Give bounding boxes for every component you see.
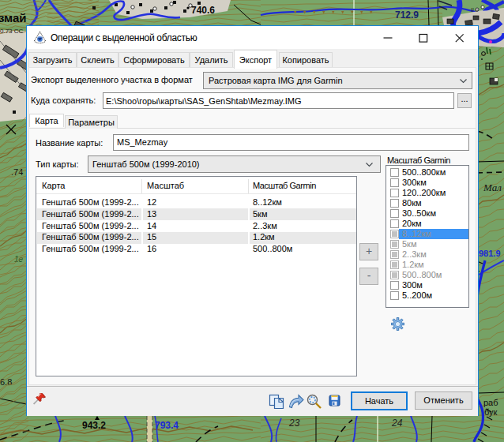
svg-text:981.9: 981.9 [479,249,501,258]
svg-text:раб: раб [483,398,498,407]
svg-text:.74: .74 [11,167,23,177]
svg-text:Мал: Мал [483,182,502,193]
svg-text:23: 23 [288,418,300,429]
svg-text:740.6: 740.6 [191,5,215,16]
svg-text:24: 24 [391,418,403,429]
svg-text:II o: II o [471,7,479,13]
svg-text:бук: бук [484,407,498,417]
svg-text:6.8: 6.8 [0,377,12,387]
svg-text:712.9: 712.9 [395,9,419,21]
svg-text:0.73 СС: 0.73 СС [0,28,24,35]
svg-text:943.2: 943.2 [82,420,106,431]
svg-text:змай: змай [0,11,27,24]
svg-text:793.4: 793.4 [155,420,179,431]
